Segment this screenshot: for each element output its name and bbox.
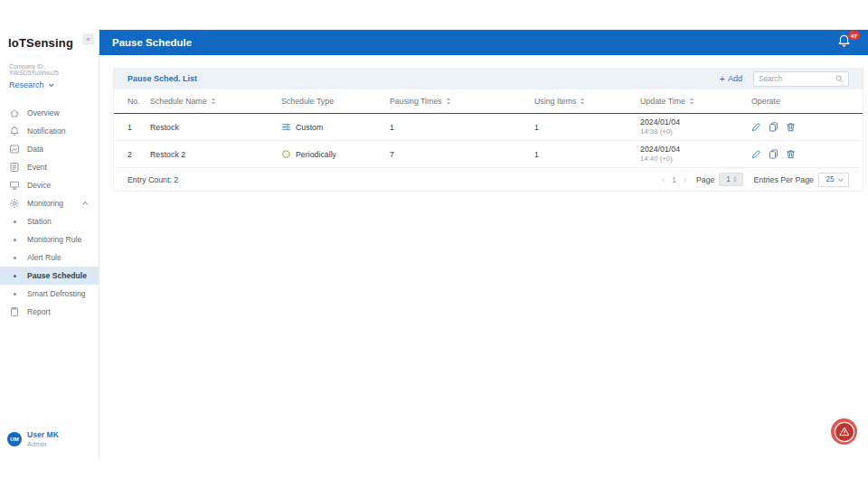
user-name: User MK xyxy=(27,430,59,439)
top-bar: Pause Schedule 47 xyxy=(99,30,868,55)
sidebar-item-device[interactable]: Device xyxy=(0,176,99,194)
bell-icon xyxy=(9,126,24,136)
chevron-down-icon xyxy=(48,81,53,87)
sort-icon xyxy=(447,98,450,105)
cell-schedule-name: Restock xyxy=(150,123,281,132)
plus-icon: + xyxy=(720,75,725,83)
table-footer: Entry Count: 2 ‹ 1 › Page 1 Entries Per … xyxy=(114,168,863,191)
copy-icon[interactable] xyxy=(769,149,778,159)
page-label: Page xyxy=(696,175,715,184)
workspace-label: Research xyxy=(9,80,44,89)
column-using-items[interactable]: Using Items xyxy=(534,97,640,106)
cycle-icon xyxy=(281,149,291,159)
cell-schedule-type: Custom xyxy=(281,122,390,132)
sidebar-item-monitoring-rule[interactable]: Monitoring Rule xyxy=(0,230,99,249)
app-logo: IoTSensing xyxy=(8,36,73,50)
gear-icon xyxy=(9,198,24,209)
bullet-icon xyxy=(9,239,24,241)
avatar: UM xyxy=(7,432,22,446)
sort-icon xyxy=(580,98,584,105)
sidebar-item-event[interactable]: Event xyxy=(0,158,99,176)
user-role: Admin xyxy=(27,440,59,448)
device-icon xyxy=(9,180,24,191)
report-icon xyxy=(9,306,24,317)
cell-operate xyxy=(751,122,849,132)
search-icon xyxy=(835,75,844,83)
cell-using-items: 1 xyxy=(534,150,640,159)
cell-pausing-times: 1 xyxy=(390,123,534,132)
event-icon xyxy=(9,162,24,173)
sidebar-item-smart-defrosting[interactable]: Smart Defrosting xyxy=(0,285,99,303)
sliders-icon xyxy=(281,122,291,132)
cell-update-time: 2024/01/04 14:40 (+0) xyxy=(640,145,751,164)
workspace-selector[interactable]: Research xyxy=(9,80,90,89)
chevron-up-icon xyxy=(82,202,88,207)
sidebar-item-station[interactable]: Station xyxy=(0,212,99,230)
delete-icon[interactable] xyxy=(786,149,796,159)
column-no: No. xyxy=(127,97,150,106)
sidebar-item-pause-schedule[interactable]: Pause Schedule xyxy=(0,267,99,285)
search-box xyxy=(753,71,849,87)
entries-per-page-label: Entries Per Page xyxy=(753,175,814,184)
home-icon xyxy=(9,108,24,118)
table-header-row: No. Schedule Name Schedule Type Pausing … xyxy=(114,89,863,114)
page-input[interactable]: 1 xyxy=(719,173,743,186)
entry-count: Entry Count: 2 xyxy=(127,175,178,184)
sidebar-collapse-icon[interactable]: « xyxy=(82,33,94,45)
bullet-icon xyxy=(9,293,24,296)
cell-schedule-type: Periodically xyxy=(281,149,390,159)
bullet-icon xyxy=(9,221,24,223)
warning-triangle-icon xyxy=(839,427,850,436)
sidebar-item-monitoring[interactable]: Monitoring xyxy=(0,194,99,212)
sort-icon xyxy=(690,98,693,105)
column-schedule-type: Schedule Type xyxy=(281,97,390,106)
delete-icon[interactable] xyxy=(786,122,796,132)
pause-schedule-panel: Pause Sched. List + Add No. Schedule Nam… xyxy=(113,68,863,192)
sidebar-item-overview[interactable]: Overview xyxy=(0,104,99,122)
user-profile[interactable]: UM User MK Admin xyxy=(7,430,59,448)
pagination: ‹ 1 › xyxy=(662,175,686,184)
column-operate: Operate xyxy=(751,97,849,106)
cell-no: 1 xyxy=(127,123,150,132)
cell-pausing-times: 7 xyxy=(390,150,534,159)
bullet-icon xyxy=(9,257,24,259)
panel-title: Pause Sched. List xyxy=(127,74,197,83)
sidebar-item-notification[interactable]: Notification xyxy=(0,122,99,140)
search-input[interactable] xyxy=(759,75,835,83)
edit-icon[interactable] xyxy=(751,149,761,159)
alarm-fab-button[interactable] xyxy=(831,418,857,445)
sidebar-item-data[interactable]: Data xyxy=(0,140,99,158)
sort-icon xyxy=(212,98,215,105)
bullet-icon xyxy=(9,275,24,277)
alarm-inner-circle xyxy=(835,423,854,441)
column-schedule-name[interactable]: Schedule Name xyxy=(150,97,281,106)
chart-icon xyxy=(9,144,24,155)
sidebar-item-report[interactable]: Report xyxy=(0,303,99,321)
chevron-down-icon xyxy=(837,176,843,182)
cell-operate xyxy=(751,149,849,159)
notification-badge: 47 xyxy=(848,31,860,40)
next-page-button[interactable]: › xyxy=(684,175,686,184)
sidebar-menu: Overview Notification Data Event xyxy=(0,104,99,321)
table-row: 1 Restock Custom 1 1 2024/01/04 14:38 (+… xyxy=(114,114,863,141)
copy-icon[interactable] xyxy=(769,122,778,132)
column-update-time[interactable]: Update Time xyxy=(640,97,751,106)
notification-bell-button[interactable]: 47 xyxy=(837,33,855,52)
cell-schedule-name: Restock 2 xyxy=(150,150,281,159)
app-root: IoTSensing « Company ID: XWSD5XuWwuJ5 Re… xyxy=(0,0,868,488)
sidebar-item-alert-rule[interactable]: Alert Rule xyxy=(0,249,99,267)
cell-update-time: 2024/01/04 14:38 (+0) xyxy=(640,117,751,137)
cell-using-items: 1 xyxy=(534,123,640,132)
page-number[interactable]: 1 xyxy=(672,175,676,184)
add-button[interactable]: + Add xyxy=(720,74,742,83)
company-id: Company ID: XWSD5XuWwuJ5 xyxy=(9,63,90,76)
cell-no: 2 xyxy=(127,150,150,159)
page-title: Pause Schedule xyxy=(112,37,192,48)
panel-header: Pause Sched. List + Add xyxy=(114,68,863,89)
edit-icon[interactable] xyxy=(751,122,761,132)
sidebar: IoTSensing « Company ID: XWSD5XuWwuJ5 Re… xyxy=(0,27,99,459)
prev-page-button[interactable]: ‹ xyxy=(662,175,665,184)
column-pausing-times[interactable]: Pausing Times xyxy=(390,97,534,106)
entries-per-page-select[interactable]: 25 xyxy=(818,173,849,187)
table-row: 2 Restock 2 Periodically 7 1 2024/01/04 … xyxy=(114,141,863,168)
